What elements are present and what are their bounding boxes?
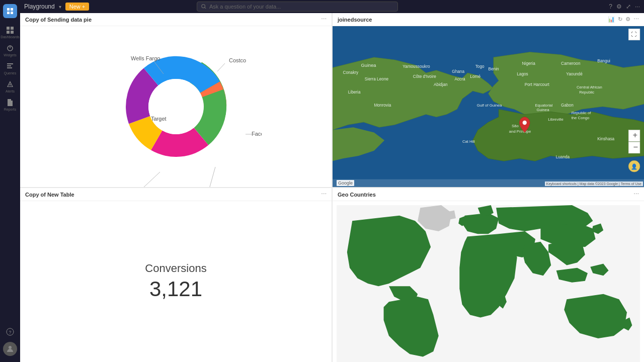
map-panel-title: joinedsource [338, 17, 372, 23]
main-content: Playground ▾ New + Ask a question of you… [20, 0, 644, 362]
search-icon [201, 4, 206, 9]
svg-point-14 [9, 346, 12, 349]
topbar-icons: ? ⚙ ⤢ ··· [609, 3, 640, 10]
svg-text:⛶: ⛶ [631, 31, 636, 37]
pie-label-facebook: Facebook [252, 131, 262, 137]
geo-map-container [333, 201, 644, 362]
svg-text:Abidjan: Abidjan [434, 82, 448, 87]
pie-chart-svg: Costco Target Facebook LinkedIn Overstoc… [91, 26, 262, 187]
svg-text:Equatorial: Equatorial [535, 103, 552, 108]
svg-text:?: ? [9, 330, 12, 335]
svg-text:Accra: Accra [454, 77, 465, 81]
svg-text:Benin: Benin [489, 67, 500, 71]
conversions-container: Conversions 3,121 [20, 201, 332, 362]
svg-point-15 [202, 5, 205, 8]
svg-rect-0 [7, 8, 10, 11]
svg-point-17 [148, 79, 204, 134]
svg-rect-5 [11, 27, 14, 30]
topbar-title: Playground [24, 3, 55, 10]
svg-line-20 [205, 167, 215, 187]
more-icon[interactable]: ··· [635, 3, 640, 10]
map-panel-header: joinedsource 📊 ↻ ⚙ ⋯ [333, 13, 644, 26]
svg-text:+: + [632, 130, 637, 139]
table-more-icon[interactable]: ⋯ [321, 191, 327, 198]
pie-panel-header: Copy of Sending data pie ⋯ [20, 13, 332, 26]
svg-text:Togo: Togo [475, 64, 485, 69]
svg-text:−: − [633, 142, 638, 151]
svg-rect-4 [7, 27, 10, 30]
svg-text:Côte d'Ivoire: Côte d'Ivoire [413, 74, 436, 79]
map-more-icon[interactable]: ⋯ [633, 16, 639, 23]
search-placeholder: Ask a question of your data... [209, 4, 281, 10]
pie-label-wellsfargo: Wells Fargo [131, 55, 160, 61]
svg-text:Kinshasa: Kinshasa [597, 137, 614, 141]
pie-chart-panel: Copy of Sending data pie ⋯ [20, 13, 332, 187]
sidebar-item-help[interactable]: ? [2, 324, 18, 340]
topbar: Playground ▾ New + Ask a question of you… [20, 0, 644, 13]
svg-line-21 [135, 172, 160, 187]
map-panel-icons: 📊 ↻ ⚙ ⋯ [608, 16, 639, 23]
svg-text:Yamoussoukro: Yamoussoukro [403, 64, 430, 69]
sidebar-label-dashboard: Dashboards [1, 35, 20, 39]
svg-text:Bangui: Bangui [597, 59, 610, 63]
sidebar-item-alerts[interactable]: Alerts [2, 78, 18, 95]
geo-more-icon[interactable]: ⋯ [633, 191, 639, 198]
search-bar[interactable]: Ask a question of your data... [197, 2, 398, 12]
svg-text:Nigeria: Nigeria [522, 61, 536, 66]
sidebar: Dashboards Widgets Queries Alerts Report… [0, 0, 20, 362]
svg-point-63 [523, 121, 527, 125]
svg-rect-3 [11, 12, 13, 14]
map-container[interactable]: Guinea Conakry Sierra Leone Liberia Côte… [333, 26, 644, 187]
svg-text:Republic: Republic [579, 90, 594, 95]
map-chart-icon[interactable]: 📊 [608, 16, 615, 23]
svg-text:the Congo: the Congo [572, 116, 590, 120]
conversions-value: 3,121 [149, 277, 202, 301]
sidebar-item-reports[interactable]: Reports [2, 97, 18, 113]
svg-rect-2 [7, 12, 10, 14]
conversions-label: Conversions [145, 262, 206, 275]
sidebar-label-alerts: Alerts [6, 89, 15, 93]
svg-text:Cameroon: Cameroon [561, 61, 581, 66]
dashboard: Copy of Sending data pie ⋯ [20, 13, 644, 362]
svg-text:Libreville: Libreville [548, 117, 564, 122]
map-refresh-icon[interactable]: ↻ [618, 16, 622, 23]
svg-text:Guinea: Guinea [537, 108, 550, 112]
sidebar-label-widgets: Widgets [4, 53, 16, 57]
sidebar-item-widgets[interactable]: Widgets [2, 42, 18, 58]
map-settings-icon[interactable]: ⚙ [625, 16, 630, 23]
svg-text:and Príncipe: and Príncipe [509, 129, 531, 134]
google-watermark: Google [337, 180, 354, 186]
pie-chart-container: Costco Target Facebook LinkedIn Overstoc… [20, 26, 332, 187]
sidebar-label-reports: Reports [4, 108, 17, 111]
svg-text:Monrovia: Monrovia [374, 103, 391, 108]
svg-text:Ghana: Ghana [452, 69, 464, 74]
svg-text:Guinea: Guinea [361, 63, 377, 68]
dropdown-icon[interactable]: ▾ [59, 4, 61, 10]
sidebar-item-dashboard[interactable]: Dashboards [2, 24, 18, 40]
svg-text:Port Harcourt: Port Harcourt [525, 82, 550, 87]
pie-panel-icons: ⋯ [321, 16, 327, 23]
geo-panel: Geo Countries ⋯ [333, 188, 644, 362]
table-panel-header: Copy of New Table ⋯ [20, 188, 332, 201]
new-button[interactable]: New + [65, 3, 90, 11]
geo-panel-header: Geo Countries ⋯ [333, 188, 644, 201]
svg-line-16 [205, 8, 206, 9]
table-panel-icons: ⋯ [321, 191, 327, 198]
sidebar-item-queries[interactable]: Queries [2, 60, 18, 76]
svg-text:Yaoundé: Yaoundé [566, 72, 583, 76]
svg-text:Liberia: Liberia [348, 90, 361, 95]
app-logo[interactable] [3, 4, 17, 18]
svg-text:Gulf of Guinea: Gulf of Guinea [477, 103, 503, 108]
help-icon[interactable]: ? [609, 3, 612, 10]
svg-text:Cat Hill: Cat Hill [462, 139, 475, 144]
user-avatar[interactable] [3, 342, 17, 356]
svg-rect-1 [11, 8, 13, 11]
pie-settings-icon[interactable]: ⋯ [321, 16, 327, 23]
svg-text:Conakry: Conakry [343, 70, 359, 75]
pie-panel-title: Copy of Sending data pie [25, 17, 92, 23]
svg-rect-7 [11, 31, 14, 34]
svg-rect-6 [7, 31, 10, 34]
settings-icon[interactable]: ⚙ [616, 3, 622, 10]
expand-icon[interactable]: ⤢ [626, 3, 631, 10]
map-panel: joinedsource 📊 ↻ ⚙ ⋯ [333, 13, 644, 187]
